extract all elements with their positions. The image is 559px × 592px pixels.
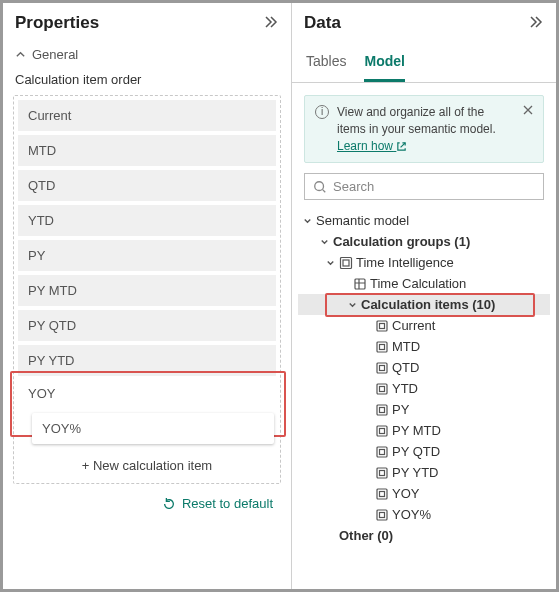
chevron-double-right-icon bbox=[263, 14, 279, 30]
tree-other[interactable]: Other (0) bbox=[298, 525, 550, 546]
svg-rect-2 bbox=[343, 260, 349, 266]
reset-icon bbox=[162, 497, 176, 511]
calc-item-icon bbox=[375, 445, 389, 459]
calc-item-icon bbox=[375, 319, 389, 333]
general-section-toggle[interactable]: General bbox=[3, 41, 291, 68]
order-item[interactable]: QTD bbox=[18, 170, 276, 201]
data-panel: Data Tables Model i View and organize al… bbox=[292, 3, 556, 589]
svg-rect-21 bbox=[380, 491, 385, 496]
chevron-double-right-icon bbox=[528, 14, 544, 30]
svg-rect-12 bbox=[377, 405, 387, 415]
svg-rect-7 bbox=[380, 344, 385, 349]
close-icon bbox=[523, 105, 533, 115]
calc-item-icon bbox=[375, 466, 389, 480]
calc-item-icon bbox=[375, 403, 389, 417]
svg-rect-23 bbox=[380, 512, 385, 517]
chevron-down-icon bbox=[347, 299, 358, 310]
order-item[interactable]: MTD bbox=[18, 135, 276, 166]
calc-item-icon bbox=[375, 487, 389, 501]
properties-header: Properties bbox=[3, 3, 291, 41]
data-header: Data bbox=[292, 3, 556, 41]
order-item[interactable]: PY bbox=[18, 240, 276, 271]
model-tree: Semantic model Calculation groups (1) Ti… bbox=[292, 210, 556, 556]
calc-item-order-label: Calculation item order bbox=[3, 68, 291, 95]
chevron-down-icon bbox=[325, 257, 336, 268]
tab-model[interactable]: Model bbox=[364, 45, 404, 82]
order-item[interactable]: PY QTD bbox=[18, 310, 276, 341]
properties-panel: Properties General Calculation item orde… bbox=[3, 3, 292, 589]
reset-label: Reset to default bbox=[182, 496, 273, 511]
reset-to-default-button[interactable]: Reset to default bbox=[3, 484, 291, 523]
svg-rect-5 bbox=[380, 323, 385, 328]
svg-rect-22 bbox=[377, 510, 387, 520]
calc-item-icon bbox=[375, 508, 389, 522]
svg-rect-14 bbox=[377, 426, 387, 436]
info-text: View and organize all of the items in yo… bbox=[337, 104, 515, 154]
general-label: General bbox=[32, 47, 78, 62]
tree-leaf[interactable]: PY bbox=[298, 399, 550, 420]
tree-leaf[interactable]: Current bbox=[298, 315, 550, 336]
tree-time-calculation[interactable]: Time Calculation bbox=[298, 273, 550, 294]
svg-rect-1 bbox=[341, 257, 352, 268]
search-icon bbox=[313, 180, 327, 194]
svg-rect-8 bbox=[377, 363, 387, 373]
calc-group-icon bbox=[339, 256, 353, 270]
svg-rect-4 bbox=[377, 321, 387, 331]
tree-time-intelligence[interactable]: Time Intelligence bbox=[298, 252, 550, 273]
learn-how-link[interactable]: Learn how bbox=[337, 139, 407, 153]
collapse-properties-button[interactable] bbox=[263, 14, 279, 33]
svg-rect-20 bbox=[377, 489, 387, 499]
tree-leaf[interactable]: PY MTD bbox=[298, 420, 550, 441]
tree-leaf[interactable]: YOY bbox=[298, 483, 550, 504]
external-link-icon bbox=[396, 141, 407, 152]
tree-leaf[interactable]: YOY% bbox=[298, 504, 550, 525]
new-calc-item-button[interactable]: + New calculation item bbox=[18, 450, 276, 479]
chevron-down-icon bbox=[302, 215, 313, 226]
svg-rect-11 bbox=[380, 386, 385, 391]
calc-item-icon bbox=[375, 340, 389, 354]
order-item[interactable]: PY YTD bbox=[18, 345, 276, 376]
calc-item-icon bbox=[375, 382, 389, 396]
svg-rect-6 bbox=[377, 342, 387, 352]
calc-item-icon bbox=[375, 361, 389, 375]
tree-leaf[interactable]: MTD bbox=[298, 336, 550, 357]
tree-calculation-items[interactable]: Calculation items (10) bbox=[298, 294, 550, 315]
order-item[interactable]: YOY bbox=[18, 380, 276, 407]
properties-title: Properties bbox=[15, 13, 99, 33]
svg-rect-16 bbox=[377, 447, 387, 457]
tree-leaf[interactable]: PY YTD bbox=[298, 462, 550, 483]
search-placeholder: Search bbox=[333, 179, 374, 194]
chevron-down-icon bbox=[319, 236, 330, 247]
info-banner: i View and organize all of the items in … bbox=[304, 95, 544, 163]
tab-tables[interactable]: Tables bbox=[306, 45, 346, 82]
close-banner-button[interactable] bbox=[523, 104, 533, 116]
order-item[interactable]: Current bbox=[18, 100, 276, 131]
svg-rect-9 bbox=[380, 365, 385, 370]
data-title: Data bbox=[304, 13, 341, 33]
svg-rect-18 bbox=[377, 468, 387, 478]
data-tabs: Tables Model bbox=[292, 45, 556, 83]
svg-point-0 bbox=[315, 182, 324, 191]
svg-rect-17 bbox=[380, 449, 385, 454]
tree-group[interactable]: Calculation groups (1) bbox=[298, 231, 550, 252]
tree-root[interactable]: Semantic model bbox=[298, 210, 550, 231]
column-icon bbox=[353, 277, 367, 291]
tree-leaf[interactable]: QTD bbox=[298, 357, 550, 378]
svg-rect-19 bbox=[380, 470, 385, 475]
svg-rect-3 bbox=[355, 279, 365, 289]
tree-leaf[interactable]: YTD bbox=[298, 378, 550, 399]
tree-leaf[interactable]: PY QTD bbox=[298, 441, 550, 462]
chevron-up-icon bbox=[15, 49, 26, 60]
order-item[interactable]: PY MTD bbox=[18, 275, 276, 306]
svg-rect-10 bbox=[377, 384, 387, 394]
order-item-dragging[interactable]: YOY% bbox=[32, 413, 274, 444]
calc-item-order-list: Current MTD QTD YTD PY PY MTD PY QTD PY … bbox=[13, 95, 281, 484]
svg-rect-15 bbox=[380, 428, 385, 433]
svg-rect-13 bbox=[380, 407, 385, 412]
calc-item-icon bbox=[375, 424, 389, 438]
collapse-data-button[interactable] bbox=[528, 14, 544, 33]
search-input[interactable]: Search bbox=[304, 173, 544, 200]
order-item[interactable]: YTD bbox=[18, 205, 276, 236]
info-icon: i bbox=[315, 105, 329, 119]
